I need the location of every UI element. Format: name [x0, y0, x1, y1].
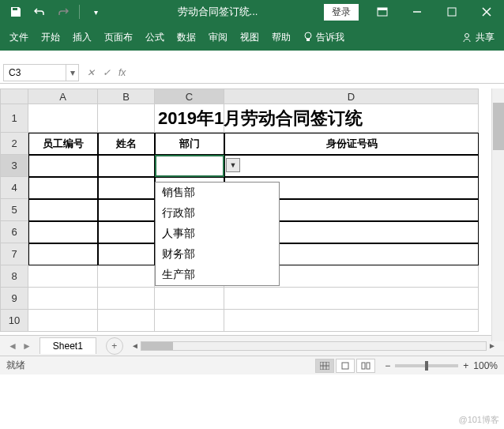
tab-insert[interactable]: 插入 — [66, 26, 98, 49]
row-header-7[interactable]: 7 — [0, 243, 28, 265]
tab-file[interactable]: 文件 — [3, 26, 35, 49]
row-header-2[interactable]: 2 — [0, 133, 28, 155]
select-all-corner[interactable] — [0, 88, 28, 104]
tab-help[interactable]: 帮助 — [265, 26, 297, 49]
hscroll-left[interactable]: ◄ — [130, 341, 141, 352]
page-layout-view-button[interactable] — [336, 359, 355, 373]
dropdown-item[interactable]: 人事部 — [156, 224, 279, 244]
col-header-d[interactable]: D — [224, 88, 479, 104]
row-2: 2 员工编号 姓名 部门 身份证号码 — [0, 133, 504, 155]
horizontal-scrollbar[interactable]: ◄ ► — [130, 341, 498, 352]
sheet-prev-button[interactable]: ◄ — [8, 341, 17, 352]
dropdown-handle[interactable]: ▼ — [226, 158, 240, 172]
col-header-a[interactable]: A — [28, 88, 98, 104]
minimize-button[interactable] — [400, 0, 434, 24]
cell-a3[interactable] — [28, 155, 98, 177]
cell-d2[interactable]: 身份证号码 — [224, 133, 479, 155]
row-header-8[interactable]: 8 — [0, 265, 28, 288]
formula-input[interactable] — [126, 64, 504, 81]
ribbon-display-button[interactable] — [365, 0, 400, 24]
share-button[interactable]: 共享 — [455, 26, 501, 49]
tab-view[interactable]: 视图 — [234, 26, 265, 49]
zoom-slider[interactable] — [395, 364, 458, 367]
cell-c10[interactable] — [155, 310, 224, 332]
cell-a4[interactable] — [28, 177, 98, 199]
row-header-9[interactable]: 9 — [0, 288, 28, 310]
cell-b10[interactable] — [98, 310, 155, 332]
row-9: 9 — [0, 288, 504, 310]
cell-a6[interactable] — [28, 221, 98, 243]
cell-a5[interactable] — [28, 199, 98, 221]
name-box[interactable]: C3 — [3, 64, 66, 81]
tab-data[interactable]: 数据 — [171, 26, 202, 49]
hscroll-track[interactable] — [141, 341, 487, 351]
cell-b5[interactable] — [98, 199, 155, 221]
maximize-button[interactable] — [434, 0, 469, 24]
sheet-tab-1[interactable]: Sheet1 — [39, 337, 96, 354]
zoom-out-button[interactable]: − — [385, 360, 390, 371]
dropdown-item[interactable]: 销售部 — [156, 183, 279, 203]
tab-formulas[interactable]: 公式 — [139, 26, 171, 49]
cell-b4[interactable] — [98, 177, 155, 199]
cell-b7[interactable] — [98, 243, 155, 265]
cell-b1[interactable] — [98, 104, 155, 133]
cell-a9[interactable] — [28, 288, 98, 310]
sheet-next-button[interactable]: ► — [22, 341, 32, 352]
enter-formula-button[interactable]: ✓ — [103, 67, 111, 78]
cell-c2[interactable]: 部门 — [155, 133, 224, 155]
cell-c9[interactable] — [155, 288, 224, 310]
row-header-6[interactable]: 6 — [0, 221, 28, 243]
undo-button[interactable] — [30, 2, 49, 21]
row-header-3[interactable]: 3 — [0, 155, 28, 177]
cell-c3[interactable]: ▼ — [155, 155, 224, 177]
cell-b6[interactable] — [98, 221, 155, 243]
dropdown-item[interactable]: 生产部 — [156, 265, 279, 285]
zoom-in-button[interactable]: + — [463, 360, 468, 371]
cancel-formula-button[interactable]: ✕ — [87, 67, 95, 78]
cell-a8[interactable] — [28, 265, 98, 288]
row-header-10[interactable]: 10 — [0, 310, 28, 332]
page-break-view-button[interactable] — [356, 359, 375, 373]
row-header-4[interactable]: 4 — [0, 177, 28, 199]
add-sheet-button[interactable]: + — [106, 337, 123, 355]
normal-view-button[interactable] — [315, 359, 334, 373]
tab-home[interactable]: 开始 — [35, 26, 66, 49]
close-button[interactable] — [469, 0, 504, 24]
cell-c1[interactable]: 2019年1月劳动合同签订统 — [155, 104, 224, 133]
cell-a1[interactable] — [28, 104, 98, 133]
col-header-c[interactable]: C — [155, 88, 224, 104]
svg-rect-5 — [307, 39, 310, 41]
save-button[interactable] — [6, 2, 25, 21]
vertical-scrollbar[interactable] — [491, 88, 504, 341]
cell-d10[interactable] — [224, 310, 479, 332]
cell-a7[interactable] — [28, 243, 98, 265]
row-header-5[interactable]: 5 — [0, 199, 28, 221]
dropdown-item[interactable]: 财务部 — [156, 244, 279, 265]
vertical-scroll-thumb[interactable] — [493, 103, 504, 150]
hscroll-right[interactable]: ► — [487, 341, 498, 352]
name-box-dropdown[interactable]: ▾ — [66, 64, 79, 81]
tab-review[interactable]: 审阅 — [202, 26, 234, 49]
cell-d9[interactable] — [224, 288, 479, 310]
zoom-level[interactable]: 100% — [473, 360, 498, 371]
cell-d3[interactable] — [224, 155, 479, 177]
dropdown-item[interactable]: 行政部 — [156, 203, 279, 224]
cell-a2[interactable]: 员工编号 — [28, 133, 98, 155]
cell-b3[interactable] — [98, 155, 155, 177]
cell-b2[interactable]: 姓名 — [98, 133, 155, 155]
document-title: 劳动合同签订统... — [111, 5, 324, 19]
login-button[interactable]: 登录 — [324, 4, 359, 21]
cell-b8[interactable] — [98, 265, 155, 288]
sheet-tab-bar: ◄ ► Sheet1 + ◄ ► — [0, 335, 504, 356]
cell-b9[interactable] — [98, 288, 155, 310]
tab-page-layout[interactable]: 页面布 — [98, 26, 139, 49]
insert-function-button[interactable]: fx — [118, 67, 126, 78]
col-header-b[interactable]: B — [98, 88, 155, 104]
row-header-1[interactable]: 1 — [0, 104, 28, 133]
cell-a10[interactable] — [28, 310, 98, 332]
tell-me-search[interactable]: 告诉我 — [297, 26, 351, 49]
zoom-knob[interactable] — [425, 361, 428, 371]
qat-customize[interactable]: ▾ — [86, 2, 105, 21]
hscroll-thumb[interactable] — [141, 342, 173, 350]
redo-button[interactable] — [54, 2, 73, 21]
